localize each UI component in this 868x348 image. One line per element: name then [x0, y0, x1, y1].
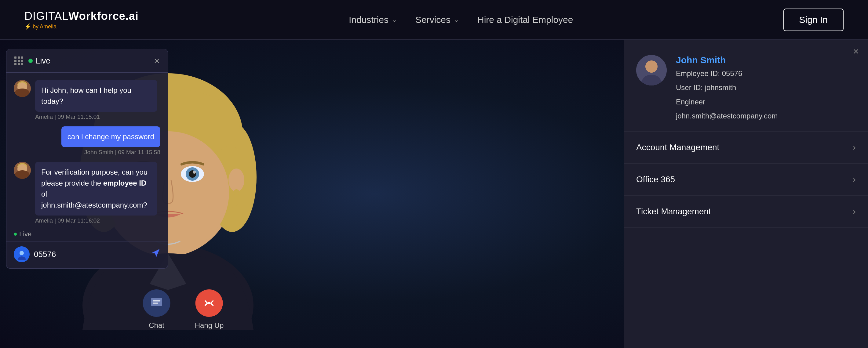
- menu-ticket-management[interactable]: Ticket Management ›: [624, 196, 868, 228]
- message-bubble-3: For verification purpose, can you please…: [35, 162, 157, 216]
- message-block-2: can i change my password John Smith | 09…: [61, 126, 160, 156]
- hangup-circle-icon[interactable]: [195, 289, 223, 317]
- nav-links: Industries ⌄ Services ⌄ Hire a Digital E…: [349, 14, 573, 25]
- chat-circle-icon[interactable]: [143, 289, 170, 317]
- amelia-avatar-2: [14, 162, 31, 179]
- signin-button[interactable]: Sign In: [783, 8, 843, 31]
- chat-input-field[interactable]: [34, 250, 146, 259]
- user-info: John Smith Employee ID: 05576 User ID: j…: [676, 55, 778, 122]
- right-panel: × John Smith Employee ID: 05576 User ID:…: [624, 40, 868, 348]
- chat-panel: Live × Hi John, how can: [6, 49, 168, 268]
- svg-point-30: [14, 162, 31, 179]
- menu-office-365[interactable]: Office 365 ›: [624, 164, 868, 196]
- user-name: John Smith: [676, 55, 778, 65]
- svg-point-21: [233, 189, 240, 195]
- industries-chevron-icon: ⌄: [392, 16, 397, 24]
- chat-svg-icon: [150, 296, 163, 310]
- live-label: Live: [36, 56, 51, 66]
- message-row-user: can i change my password John Smith | 09…: [14, 126, 160, 156]
- message-text-1: Hi John, how can I help you today?: [41, 86, 131, 105]
- menu-office365-label: Office 365: [636, 175, 675, 184]
- logo-digital: DIGITAL: [25, 10, 68, 22]
- nav-hire[interactable]: Hire a Digital Employee: [477, 14, 573, 25]
- services-chevron-icon: ⌄: [454, 16, 459, 24]
- amelia-face2-icon: [14, 162, 31, 179]
- svg-point-17: [193, 171, 196, 174]
- svg-rect-24: [153, 303, 158, 304]
- svg-point-25: [208, 302, 210, 304]
- live-bottom-indicator: Live: [6, 227, 168, 241]
- user-email: john.smith@atestcompany.com: [676, 110, 778, 122]
- send-button[interactable]: [151, 248, 160, 260]
- chat-label: Chat: [149, 321, 164, 330]
- message-block-3: For verification purpose, can you please…: [35, 162, 157, 224]
- chat-input-area: [6, 241, 168, 268]
- user-avatar-icon: [636, 55, 667, 86]
- live-dot-icon: [28, 59, 33, 63]
- hangup-action-button[interactable]: Hang Up: [195, 289, 224, 330]
- message-meta-2: John Smith | 09 Mar 11:15:58: [84, 149, 160, 156]
- svg-point-33: [16, 173, 28, 179]
- nav-industries[interactable]: Industries ⌄: [349, 14, 397, 25]
- svg-rect-22: [151, 298, 162, 306]
- user-avatar-large: [636, 55, 667, 86]
- send-icon: [151, 248, 160, 258]
- svg-point-26: [14, 80, 31, 97]
- navbar: DIGITALWorkforce.ai ⚡ by Amelia Industri…: [0, 0, 868, 40]
- user-id: User ID: johnsmith: [676, 82, 778, 93]
- svg-point-28: [18, 81, 27, 89]
- live-bottom-label: Live: [19, 230, 31, 238]
- svg-point-29: [16, 91, 28, 97]
- message-row: Hi John, how can I help you today? Ameli…: [14, 80, 160, 120]
- svg-point-19: [228, 168, 244, 192]
- svg-point-27: [18, 83, 27, 92]
- right-panel-header: John Smith Employee ID: 05576 User ID: j…: [624, 40, 868, 132]
- message-text-2: can i change my password: [67, 132, 154, 141]
- live-indicator: Live: [28, 56, 51, 66]
- svg-point-35: [20, 251, 24, 255]
- menu-account-label: Account Management: [636, 143, 719, 152]
- logo-text: DIGITALWorkforce.ai: [25, 10, 139, 23]
- menu-ticket-label: Ticket Management: [636, 207, 711, 216]
- message-bubble-1: Hi John, how can I help you today?: [35, 80, 157, 112]
- ticket-chevron-icon: ›: [853, 207, 856, 216]
- message-text-3: For verification purpose, can you please…: [41, 168, 148, 209]
- user-role: Engineer: [676, 96, 778, 108]
- chat-close-button[interactable]: ×: [154, 56, 160, 66]
- grid-icon: [14, 57, 23, 65]
- chat-header: Live ×: [6, 49, 168, 73]
- logo-area: DIGITALWorkforce.ai ⚡ by Amelia: [25, 10, 139, 30]
- main-content: Chat Hang Up: [0, 40, 868, 348]
- input-user-avatar: [14, 246, 30, 262]
- message-meta-3: Amelia | 09 Mar 11:16:02: [35, 217, 157, 224]
- employee-id: Employee ID: 05576: [676, 68, 778, 80]
- panel-menu: Account Management › Office 365 › Ticket…: [624, 132, 868, 348]
- amelia-avatar: [14, 80, 31, 97]
- amelia-face-icon: [14, 80, 31, 97]
- svg-point-38: [645, 60, 657, 73]
- logo-subtitle: ⚡ by Amelia: [25, 23, 139, 30]
- close-panel-button[interactable]: ×: [853, 46, 859, 57]
- chat-action-button[interactable]: Chat: [143, 289, 170, 330]
- chat-header-left: Live: [14, 56, 51, 66]
- office365-chevron-icon: ›: [853, 175, 856, 184]
- logo-row: DIGITALWorkforce.ai: [25, 10, 139, 23]
- logo-workforce: Workforce.ai: [68, 10, 138, 22]
- nav-services[interactable]: Services ⌄: [415, 14, 459, 25]
- svg-point-31: [18, 164, 27, 174]
- live-bottom-dot-icon: [14, 232, 17, 236]
- hangup-label: Hang Up: [195, 321, 224, 330]
- message-block-1: Hi John, how can I help you today? Ameli…: [35, 80, 157, 120]
- input-avatar-icon: [16, 249, 27, 260]
- action-buttons: Chat Hang Up: [143, 289, 224, 330]
- message-bubble-2: can i change my password: [61, 126, 160, 147]
- svg-rect-23: [153, 300, 161, 302]
- account-chevron-icon: ›: [853, 143, 856, 152]
- chat-messages: Hi John, how can I help you today? Ameli…: [6, 73, 168, 227]
- hangup-svg-icon: [203, 296, 216, 310]
- message-row-amelia2: For verification purpose, can you please…: [14, 162, 160, 224]
- message-meta-1: Amelia | 09 Mar 11:15:01: [35, 114, 157, 120]
- menu-account-management[interactable]: Account Management ›: [624, 132, 868, 164]
- svg-point-32: [18, 163, 27, 170]
- logo-block: DIGITALWorkforce.ai ⚡ by Amelia: [25, 10, 139, 30]
